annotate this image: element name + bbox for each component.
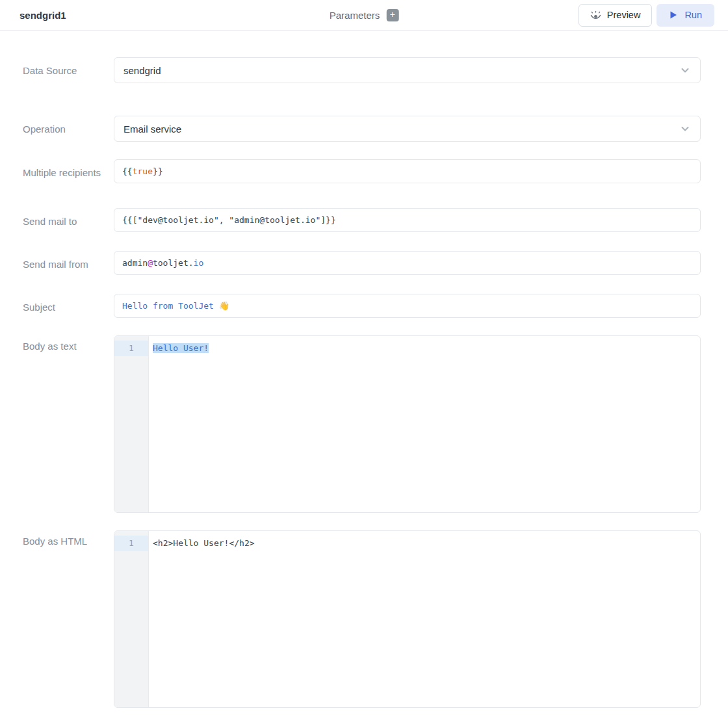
editor-gutter: 1 (114, 336, 149, 512)
run-button[interactable]: Run (656, 4, 714, 27)
send-mail-to-input[interactable]: {{["dev@tooljet.io", "admin@tooljet.io"]… (114, 208, 701, 232)
multiple-recipients-row: Multiple recipients {{true}} (23, 159, 701, 183)
code-token: admin (122, 258, 148, 268)
subject-label: Subject (23, 294, 114, 315)
subject-input[interactable]: Hello from ToolJet 👋 (114, 294, 701, 318)
plus-icon: + (390, 9, 395, 20)
body-text-row: Body as text 1 Hello User! (23, 335, 701, 513)
code-token: io (194, 258, 204, 268)
parameters-label: Parameters (330, 10, 380, 21)
data-source-label: Data Source (23, 57, 114, 79)
code-token: {{ (122, 166, 133, 176)
query-name: sendgrid1 (20, 10, 66, 21)
subject-row: Subject Hello from ToolJet 👋 (23, 294, 701, 318)
selected-code-text: Hello User! (153, 343, 209, 353)
editor-code-area[interactable]: <h2>Hello User!</h2> (149, 531, 700, 707)
editor-code-area[interactable]: Hello User! (149, 336, 700, 512)
eye-icon (590, 10, 601, 20)
editor-gutter: 1 (114, 531, 149, 707)
body-html-editor[interactable]: 1 <h2>Hello User!</h2> (114, 530, 701, 708)
send-mail-from-row: Send mail from admin@tooljet.io (23, 251, 701, 275)
query-editor-topbar: sendgrid1 Parameters + Preview (0, 0, 728, 31)
send-mail-from-input[interactable]: admin@tooljet.io (114, 251, 701, 275)
send-mail-to-label: Send mail to (23, 208, 114, 229)
code-token: {{["dev@tooljet.io", "admin@tooljet.io"]… (122, 215, 336, 225)
send-mail-to-row: Send mail to {{["dev@tooljet.io", "admin… (23, 208, 701, 232)
chevron-down-icon (679, 64, 691, 76)
body-text-editor[interactable]: 1 Hello User! (114, 335, 701, 513)
parameters-section: Parameters + (330, 9, 399, 21)
preview-button-label: Preview (607, 10, 641, 20)
data-source-select[interactable]: sendgrid (114, 57, 701, 83)
operation-value: Email service (124, 124, 679, 135)
line-number: 1 (114, 341, 148, 356)
code-token: true (133, 166, 153, 176)
chevron-down-icon (679, 123, 691, 135)
code-token: . (188, 258, 194, 268)
line-number: 1 (114, 536, 148, 551)
operation-select[interactable]: Email service (114, 116, 701, 142)
body-html-row: Body as HTML 1 <h2>Hello User!</h2> (23, 530, 701, 708)
data-source-row: Data Source sendgrid (23, 57, 701, 83)
code-token: Hello from ToolJet (122, 301, 219, 311)
send-mail-from-label: Send mail from (23, 251, 114, 272)
code-token: }} (153, 166, 163, 176)
operation-label: Operation (23, 116, 114, 137)
play-icon (669, 10, 678, 20)
code-text: <h2>Hello User!</h2> (153, 538, 255, 548)
query-form: Data Source sendgrid Operation Email ser… (0, 31, 728, 708)
multiple-recipients-label: Multiple recipients (23, 159, 114, 181)
operation-row: Operation Email service (23, 116, 701, 142)
body-html-label: Body as HTML (23, 530, 114, 549)
multiple-recipients-input[interactable]: {{true}} (114, 159, 701, 183)
waving-hand-emoji: 👋 (219, 301, 229, 311)
run-button-label: Run (684, 10, 702, 20)
code-token: @ (148, 258, 153, 268)
code-token: tooljet (153, 258, 188, 268)
data-source-value: sendgrid (124, 65, 679, 76)
header-actions: Preview Run (578, 4, 714, 27)
add-parameter-button[interactable]: + (386, 9, 398, 21)
body-text-label: Body as text (23, 335, 114, 354)
preview-button[interactable]: Preview (578, 4, 653, 27)
